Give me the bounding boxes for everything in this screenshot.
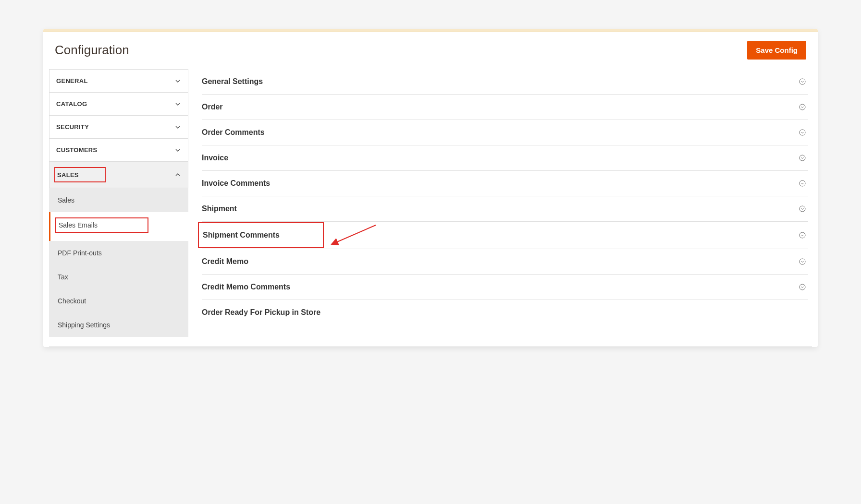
sidebar-item-security[interactable]: SECURITY <box>49 115 188 139</box>
save-config-button[interactable]: Save Config <box>747 41 806 60</box>
section-label: Order Comments <box>202 128 265 137</box>
sidebar-sub-item-sales-emails[interactable]: Sales Emails <box>49 212 188 241</box>
svg-point-3 <box>800 155 805 161</box>
svg-point-4 <box>800 180 805 186</box>
chevron-down-icon <box>174 78 181 84</box>
section-order-ready-pickup[interactable]: Order Ready For Pickup in Store <box>202 300 808 325</box>
sidebar-sub-item-pdf[interactable]: PDF Print-outs <box>49 241 188 265</box>
collapse-icon <box>799 154 806 162</box>
collapse-icon <box>799 103 806 111</box>
chevron-up-icon <box>174 171 181 178</box>
collapse-icon <box>799 129 806 136</box>
section-label: Order Ready For Pickup in Store <box>202 308 320 317</box>
page-header: Configuration Save Config <box>43 32 818 69</box>
section-label: Invoice <box>202 154 228 162</box>
collapse-icon <box>799 78 806 85</box>
section-credit-memo[interactable]: Credit Memo <box>202 249 808 275</box>
section-credit-memo-comments[interactable]: Credit Memo Comments <box>202 275 808 300</box>
svg-point-2 <box>800 130 805 135</box>
sidebar-item-label: SALES <box>57 171 79 179</box>
collapse-icon <box>799 205 806 213</box>
svg-point-7 <box>800 259 805 264</box>
section-label: Order <box>202 103 223 111</box>
sidebar-item-label: CATALOG <box>56 100 87 108</box>
section-invoice-comments[interactable]: Invoice Comments <box>202 171 808 196</box>
highlight-box: Shipment Comments <box>198 222 324 248</box>
chevron-down-icon <box>174 147 181 154</box>
svg-point-6 <box>800 232 805 238</box>
section-order[interactable]: Order <box>202 95 808 120</box>
sidebar-item-catalog[interactable]: CATALOG <box>49 92 188 116</box>
section-order-comments[interactable]: Order Comments <box>202 120 808 145</box>
section-label: Credit Memo Comments <box>202 283 290 291</box>
highlight-box: SALES <box>54 167 106 182</box>
sidebar-sub-item-checkout[interactable]: Checkout <box>49 289 188 313</box>
section-label: Shipment Comments <box>203 231 280 239</box>
section-shipment-comments[interactable]: Shipment Comments <box>202 222 808 249</box>
sidebar-sub-item-tax[interactable]: Tax <box>49 265 188 289</box>
section-general-settings[interactable]: General Settings <box>202 69 808 95</box>
chevron-down-icon <box>174 124 181 131</box>
config-sidebar: GENERAL CATALOG SECURITY CUSTOMERS <box>49 69 188 337</box>
section-label: Invoice Comments <box>202 179 270 188</box>
svg-point-8 <box>800 284 805 290</box>
collapse-icon <box>799 258 806 265</box>
sidebar-item-customers[interactable]: CUSTOMERS <box>49 138 188 162</box>
sidebar-sub-item-label: Sales Emails <box>59 221 98 229</box>
page-container: Configuration Save Config GENERAL CATALO… <box>43 29 818 347</box>
chevron-down-icon <box>174 101 181 108</box>
section-shipment[interactable]: Shipment <box>202 196 808 222</box>
section-label: Shipment <box>202 204 237 213</box>
sidebar-item-label: CUSTOMERS <box>56 146 98 154</box>
collapse-icon <box>799 231 806 239</box>
sidebar-sub-item-sales[interactable]: Sales <box>49 188 188 212</box>
sidebar-item-general[interactable]: GENERAL <box>49 69 188 93</box>
config-content: General Settings Order Order Comments In… <box>188 69 812 337</box>
section-label: Credit Memo <box>202 257 248 266</box>
sidebar-item-label: SECURITY <box>56 123 89 131</box>
top-accent-bar <box>43 29 818 32</box>
sidebar-item-sales[interactable]: SALES <box>49 161 188 188</box>
section-invoice[interactable]: Invoice <box>202 145 808 171</box>
body-area: GENERAL CATALOG SECURITY CUSTOMERS <box>43 69 818 347</box>
svg-point-0 <box>800 79 805 84</box>
sidebar-sub-item-shipping-settings[interactable]: Shipping Settings <box>49 313 188 337</box>
svg-point-5 <box>800 206 805 212</box>
svg-point-1 <box>800 104 805 110</box>
highlight-box: Sales Emails <box>55 217 148 233</box>
collapse-icon <box>799 180 806 187</box>
page-title: Configuration <box>55 43 129 58</box>
bottom-divider <box>49 347 812 347</box>
sidebar-item-label: GENERAL <box>56 77 88 84</box>
section-label: General Settings <box>202 77 263 86</box>
collapse-icon <box>799 283 806 291</box>
sidebar-sub-items: Sales Sales Emails PDF Print-outs Tax Ch… <box>49 188 188 337</box>
